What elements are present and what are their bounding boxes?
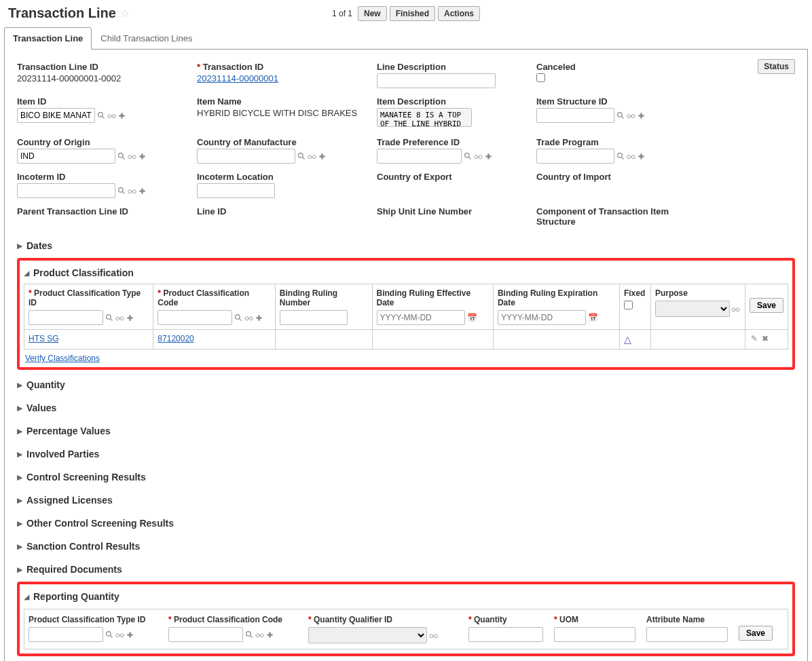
svg-point-9 (627, 114, 630, 117)
pc-type-input[interactable] (29, 310, 103, 325)
search-icon[interactable] (297, 151, 306, 161)
rq-type-input[interactable] (29, 627, 103, 642)
search-icon[interactable] (105, 313, 114, 322)
collapse-icon: ▶ (17, 404, 22, 413)
pc-row-type-link[interactable]: HTS SG (29, 334, 59, 343)
pc-purpose-select[interactable] (655, 301, 730, 317)
tprog-input[interactable] (536, 149, 614, 164)
calendar-icon[interactable]: 📅 (589, 313, 598, 322)
svg-point-0 (98, 112, 103, 117)
glasses-icon[interactable] (127, 151, 136, 161)
plus-icon[interactable] (483, 151, 493, 161)
section-reporting-quantity[interactable]: ◢ Reporting Quantity (24, 588, 788, 605)
search-icon[interactable] (96, 111, 106, 120)
coo-input[interactable] (17, 149, 115, 164)
search-icon[interactable] (244, 630, 254, 639)
search-icon[interactable] (616, 111, 625, 120)
glasses-icon[interactable] (307, 151, 316, 161)
pc-save-button[interactable]: Save (750, 298, 783, 313)
rq-uom-input[interactable] (554, 627, 635, 642)
glasses-icon[interactable] (107, 111, 116, 120)
item-struct-input[interactable] (536, 108, 614, 123)
glasses-icon[interactable] (731, 304, 741, 314)
trans-line-id-label: Transaction Line ID (17, 62, 190, 72)
pc-effdate-input[interactable] (377, 310, 465, 325)
plus-icon[interactable] (125, 630, 134, 639)
calendar-icon[interactable]: 📅 (468, 313, 477, 322)
actions-button[interactable]: Actions (438, 6, 480, 21)
plus-icon[interactable] (636, 111, 646, 120)
plus-icon[interactable] (254, 313, 263, 322)
section-values[interactable]: ▶Values (17, 400, 795, 416)
new-button[interactable]: New (358, 6, 387, 21)
svg-line-8 (621, 116, 623, 118)
item-id-input[interactable] (17, 108, 95, 123)
rq-attr-input[interactable] (646, 627, 728, 642)
pc-fixed-checkbox[interactable] (624, 301, 633, 309)
section-other-control[interactable]: ▶Other Control Screening Results (17, 515, 795, 531)
delete-icon[interactable]: ✖ (760, 334, 770, 343)
glasses-icon[interactable] (473, 151, 483, 161)
tab-child-transaction-lines[interactable]: Child Transaction Lines (92, 27, 201, 50)
plus-icon[interactable] (137, 151, 147, 161)
search-icon[interactable] (117, 186, 126, 195)
section-quantity[interactable]: ▶Quantity (17, 377, 795, 393)
search-icon[interactable] (105, 630, 114, 639)
glasses-icon[interactable] (626, 111, 635, 120)
glasses-icon[interactable] (244, 313, 253, 322)
status-button[interactable]: Status (758, 59, 795, 74)
rq-save-button[interactable]: Save (739, 626, 773, 641)
trans-id-link[interactable]: 20231114-00000001 (197, 73, 278, 83)
svg-line-74 (250, 635, 252, 637)
glasses-icon[interactable] (127, 186, 136, 195)
plus-icon[interactable] (117, 111, 126, 120)
tpid-input[interactable] (377, 149, 462, 164)
pc-binding-input[interactable] (280, 310, 348, 325)
plus-icon[interactable] (265, 630, 274, 639)
glasses-icon[interactable] (428, 630, 438, 640)
pc-expdate-input[interactable] (498, 310, 586, 325)
search-icon[interactable] (463, 151, 473, 161)
canceled-checkbox[interactable] (536, 73, 545, 82)
com-input[interactable] (197, 149, 295, 164)
rq-code-input[interactable] (168, 627, 243, 642)
section-required-docs[interactable]: ▶Required Documents (17, 561, 795, 578)
plus-icon[interactable] (317, 151, 327, 161)
section-involved-parties[interactable]: ▶Involved Parties (17, 446, 795, 462)
section-assigned-licenses[interactable]: ▶Assigned Licenses (17, 492, 795, 508)
search-icon[interactable] (616, 151, 625, 161)
item-desc-input[interactable]: MANATEE 8 IS A TOP OF THE LINE HYBRID (377, 108, 472, 127)
tab-transaction-line[interactable]: Transaction Line (4, 27, 92, 50)
glasses-icon[interactable] (255, 630, 264, 639)
finished-button[interactable]: Finished (390, 6, 435, 21)
svg-point-81 (434, 634, 437, 637)
glasses-icon[interactable] (626, 151, 635, 161)
incoterm-loc-input[interactable] (197, 183, 275, 198)
search-icon[interactable] (117, 151, 126, 161)
edit-icon[interactable]: ✎ (750, 334, 759, 343)
incoterm-id-input[interactable] (17, 183, 115, 198)
pc-col-purpose-label: Purpose (655, 288, 741, 298)
collapse-icon: ▶ (17, 565, 22, 574)
search-icon[interactable] (234, 313, 243, 322)
pc-row-code-link[interactable]: 87120020 (158, 334, 193, 343)
section-sanction-control[interactable]: ▶Sanction Control Results (17, 538, 795, 554)
section-control-screening[interactable]: ▶Control Screening Results (17, 469, 795, 485)
svg-point-44 (128, 189, 131, 193)
glasses-icon[interactable] (115, 630, 124, 639)
rq-quantity-input[interactable] (468, 627, 543, 642)
svg-point-66 (106, 631, 111, 636)
rq-qualifier-select[interactable] (308, 627, 427, 643)
section-dates[interactable]: ▶ Dates (17, 238, 795, 254)
glasses-icon[interactable] (115, 313, 124, 322)
favorite-star-icon[interactable]: ☆ (120, 7, 130, 20)
plus-icon[interactable] (137, 186, 147, 195)
section-product-classification[interactable]: ◢ Product Classification (24, 265, 788, 281)
verify-classifications-link[interactable]: Verify Classifications (25, 354, 100, 363)
pc-code-input[interactable] (158, 310, 232, 325)
plus-icon[interactable] (125, 313, 134, 322)
plus-icon[interactable] (636, 151, 646, 161)
pc-col-fixed-label: Fixed (624, 288, 646, 298)
section-percentage-values[interactable]: ▶Percentage Values (17, 423, 795, 439)
line-desc-input[interactable] (377, 73, 496, 88)
